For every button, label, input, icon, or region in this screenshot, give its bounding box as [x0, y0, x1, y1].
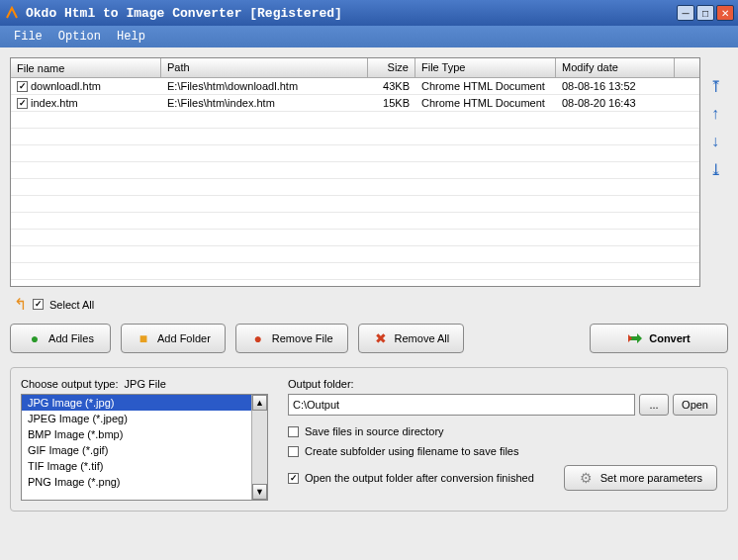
select-all-label: Select All	[49, 299, 94, 311]
minus-icon: ●	[250, 330, 266, 346]
file-size: 15KB	[368, 96, 415, 110]
save-in-source-label: Save files in source directory	[305, 425, 444, 437]
output-type-option[interactable]: PNG Image (*.png)	[22, 474, 251, 490]
add-files-button[interactable]: ● Add Files	[10, 324, 111, 353]
open-after-label: Open the output folder after conversion …	[305, 472, 534, 484]
move-top-icon[interactable]: ⤒	[706, 77, 724, 95]
output-type-option[interactable]: JPG Image (*.jpg)	[22, 395, 251, 411]
menu-help[interactable]: Help	[111, 28, 151, 46]
minimize-button[interactable]: ─	[677, 5, 694, 21]
save-in-source-checkbox[interactable]	[288, 426, 299, 437]
remove-all-icon: ✖	[373, 330, 389, 346]
titlebar: Okdo Html to Image Converter [Registered…	[0, 0, 738, 26]
more-parameters-button[interactable]: ⚙ Set more parameters	[564, 465, 717, 491]
row-checkbox[interactable]	[17, 98, 28, 109]
table-row[interactable]: index.htmE:\Files\htm\index.htm15KBChrom…	[11, 95, 699, 112]
table-row	[11, 162, 699, 179]
remove-file-button[interactable]: ● Remove File	[235, 324, 348, 353]
move-down-icon[interactable]: ↓	[706, 133, 724, 150]
convert-button[interactable]: Convert	[590, 324, 728, 353]
table-row	[11, 196, 699, 213]
scroll-up-icon[interactable]: ▲	[252, 395, 267, 411]
move-bottom-icon[interactable]: ⤓	[706, 160, 724, 178]
plus-icon: ●	[27, 330, 43, 346]
output-folder-label: Output folder:	[288, 378, 717, 390]
up-level-icon[interactable]: ↰	[14, 295, 27, 314]
col-header-date[interactable]: Modify date	[556, 58, 675, 77]
table-row	[11, 213, 699, 230]
table-row	[11, 179, 699, 196]
col-header-size[interactable]: Size	[368, 58, 415, 77]
output-type-listbox[interactable]: JPG Image (*.jpg)JPEG Image (*.jpeg)BMP …	[22, 395, 251, 500]
create-subfolder-label: Create subfolder using filename to save …	[305, 445, 518, 457]
open-after-checkbox[interactable]	[288, 473, 299, 484]
open-folder-button[interactable]: Open	[673, 394, 717, 416]
more-parameters-label: Set more parameters	[600, 472, 702, 484]
file-name: index.htm	[31, 97, 78, 109]
table-row	[11, 246, 699, 263]
output-type-option[interactable]: TIF Image (*.tif)	[22, 458, 251, 474]
convert-label: Convert	[649, 332, 691, 344]
scroll-track[interactable]	[252, 411, 267, 484]
output-type-label: Choose output type:	[21, 378, 118, 390]
output-type-option[interactable]: JPEG Image (*.jpeg)	[22, 411, 251, 426]
file-table: File name Path Size File Type Modify dat…	[10, 57, 700, 287]
listbox-scrollbar[interactable]: ▲ ▼	[251, 395, 267, 500]
window-title: Okdo Html to Image Converter [Registered…	[26, 6, 677, 21]
output-folder-input[interactable]	[288, 394, 635, 416]
output-type-option[interactable]: GIF Image (*.gif)	[22, 442, 251, 458]
menu-option[interactable]: Option	[52, 28, 107, 46]
create-subfolder-checkbox[interactable]	[288, 446, 299, 457]
remove-all-label: Remove All	[395, 332, 450, 344]
file-path: E:\Files\htm\index.htm	[161, 96, 368, 110]
close-button[interactable]: ✕	[716, 5, 734, 21]
add-folder-button[interactable]: ■ Add Folder	[121, 324, 226, 353]
output-type-current: JPG File	[125, 378, 166, 390]
remove-all-button[interactable]: ✖ Remove All	[358, 324, 465, 353]
file-path: E:\Files\htm\downloadl.htm	[161, 79, 368, 93]
add-files-label: Add Files	[48, 332, 94, 344]
table-row[interactable]: downloadl.htmE:\Files\htm\downloadl.htm4…	[11, 78, 699, 95]
add-folder-label: Add Folder	[157, 332, 211, 344]
table-row	[11, 230, 699, 246]
folder-icon: ■	[136, 330, 151, 346]
select-all-checkbox[interactable]	[33, 299, 44, 310]
convert-icon	[627, 330, 643, 346]
file-date: 08-08-16 13:52	[556, 79, 675, 93]
menu-file[interactable]: File	[8, 28, 48, 46]
output-type-option[interactable]: BMP Image (*.bmp)	[22, 426, 251, 442]
col-header-name[interactable]: File name	[11, 58, 161, 77]
table-row	[11, 129, 699, 145]
move-up-icon[interactable]: ↑	[706, 105, 724, 123]
file-size: 43KB	[368, 79, 415, 93]
file-type: Chrome HTML Document	[415, 96, 556, 110]
app-icon	[4, 5, 20, 21]
scroll-down-icon[interactable]: ▼	[252, 484, 267, 500]
maximize-button[interactable]: □	[696, 5, 714, 21]
col-header-type[interactable]: File Type	[415, 58, 556, 77]
gear-icon: ⚙	[579, 470, 595, 486]
table-row	[11, 112, 699, 129]
remove-file-label: Remove File	[272, 332, 333, 344]
file-name: downloadl.htm	[31, 80, 101, 92]
file-type: Chrome HTML Document	[415, 79, 556, 93]
table-row	[11, 263, 699, 280]
row-checkbox[interactable]	[17, 81, 28, 92]
table-row	[11, 145, 699, 162]
browse-button[interactable]: ...	[639, 394, 669, 416]
menubar: File Option Help	[0, 26, 738, 47]
col-header-path[interactable]: Path	[161, 58, 368, 77]
file-date: 08-08-20 16:43	[556, 96, 675, 110]
